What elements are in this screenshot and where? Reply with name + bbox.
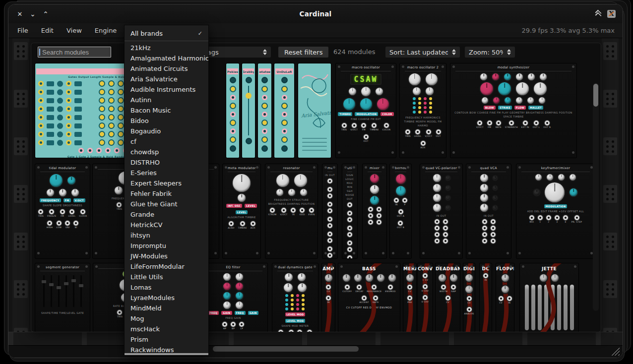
module-card[interactable]: DCIN (480, 263, 492, 332)
jack-row (364, 220, 385, 225)
brand-menu-item[interactable]: Amalgamated Harmonics (125, 53, 208, 63)
jack-label: V/OCT (280, 213, 287, 216)
slider[interactable] (58, 275, 60, 307)
module-card[interactable]: keyframer/mixerMODULATIONADD DEL EDIT FR… (516, 164, 595, 258)
menu-item-file[interactable]: File (17, 27, 28, 34)
jack-row: ALGOTIMBREAUX (224, 221, 259, 229)
brand-menu-item[interactable]: Audible Instruments (125, 84, 208, 95)
module-card[interactable]: Grabby (242, 63, 255, 158)
brand-menu-item[interactable]: Bacon Music (125, 105, 208, 116)
module-card[interactable]: segment generatorSHAPE/TIME TIME/LEVEL G… (35, 263, 90, 332)
knob (370, 196, 379, 205)
module-card[interactable]: Aria Salvatrice (298, 63, 331, 158)
module-card[interactable]: macro oscillator 2FREQUENCY HARMONICS TI… (400, 63, 446, 158)
menu-item-edit[interactable]: Edit (41, 27, 54, 34)
brand-menu-item[interactable]: cf (125, 136, 208, 147)
module-card[interactable]: multiplesIN OUT (322, 164, 337, 258)
knob (361, 87, 371, 96)
brand-menu-item[interactable]: Animated Circuits (125, 63, 208, 74)
brand-menu-item[interactable]: Aria Salvatrice (125, 74, 208, 84)
module-card[interactable]: quad VCAIN OUT (466, 164, 511, 258)
slider[interactable] (80, 275, 82, 307)
slider[interactable] (51, 275, 52, 307)
module-card[interactable]: UnDuLaR (274, 63, 294, 158)
brand-menu-item[interactable]: MindMeld (125, 303, 208, 313)
jack-ring (347, 241, 352, 245)
module-card[interactable]: resonatorFREQUENCY STRUCTURE BRIGHTNESS … (265, 164, 317, 258)
module-card[interactable]: meta modulatorINT. OSCLEVELLEVELALGORITH… (223, 164, 260, 258)
brand-menu-item[interactable]: Glue the Giant (125, 199, 208, 209)
brand-menu-item[interactable]: mscHack (125, 324, 208, 334)
menu-item-view[interactable]: View (66, 27, 82, 34)
knob (433, 174, 441, 182)
module-card[interactable]: mixer (363, 164, 386, 258)
jack-ring (278, 330, 283, 332)
jack-row: CVIN (323, 285, 333, 303)
module-card[interactable]: quad VC-polarizerIN OUT (420, 164, 462, 258)
brand-menu-item[interactable]: Mog (125, 313, 208, 324)
brand-menu-item[interactable]: Impromptu (125, 241, 208, 251)
brand-menu-item[interactable]: Fehler Fabrik (125, 188, 208, 199)
brand-menu-item-all[interactable]: All brands ✓ (125, 27, 208, 39)
module-card[interactable]: CONV+ 5V0-10V0-10V (418, 263, 433, 332)
module-card[interactable]: DIGICVANALOG (463, 263, 475, 332)
brand-menu-item[interactable]: Bidoo (125, 116, 208, 126)
jack (347, 226, 352, 231)
module-card[interactable]: BASSCUTOFFDECAYRESONANCEENVMODACCENTGATE… (338, 263, 400, 332)
module-card[interactable]: dual dynamics gateLEVEL MODLEVEL MODSHAP… (272, 263, 318, 332)
module-card[interactable]: FLOPPERCVIN (496, 263, 514, 332)
rail-screw-block (14, 90, 28, 108)
vertical-scrollbar-thumb[interactable] (593, 84, 598, 107)
jack-label: TIMBRE (370, 128, 379, 131)
horizontal-scrollbar-thumb[interactable] (213, 346, 359, 352)
brand-menu-item[interactable]: Lomas (125, 282, 208, 293)
shade-window-icon[interactable] (595, 11, 602, 17)
module-card[interactable]: bernoulli gateINPOUT AOUT B (390, 164, 411, 258)
menu-item-engine[interactable]: Engine (95, 27, 117, 34)
brand-menu-item[interactable]: Expert Sleepers (125, 178, 208, 188)
module-card[interactable]: Pokies (226, 63, 239, 158)
module-grid: Gates Output Length Sample & Hold Fortun… (31, 43, 601, 332)
brand-menu-item[interactable]: LyraeModules (125, 293, 208, 303)
module-card[interactable]: tidal modulatorFREQUENCYFMV/OCTSHAPE SLO… (35, 164, 90, 258)
brand-menu-item[interactable]: LifeFormModular (125, 261, 208, 272)
slider[interactable] (43, 275, 45, 307)
brand-menu-item[interactable]: DISTRHO (125, 157, 208, 168)
slider[interactable] (65, 275, 67, 307)
brand-menu-item[interactable]: chowdsp (125, 147, 208, 157)
brand-menu-item[interactable]: Little Utils (125, 272, 208, 282)
brand-menu-item[interactable]: 21kHz (125, 43, 208, 53)
screw-hole (606, 45, 609, 48)
module-card[interactable]: EQ filterFREQGAINFREQGAINFREQ GAINHPBPLP (199, 263, 267, 332)
module-title: macro oscillator 2 (405, 65, 441, 71)
brand-menu-item[interactable]: HetrickCV (125, 220, 208, 230)
module-card[interactable]: DEADBANDWIDTHGAPCV (436, 263, 460, 332)
jack-ring (47, 221, 52, 226)
jack: RESONANCE (367, 285, 381, 293)
brand-menu-item[interactable]: ihtsyn (125, 230, 208, 241)
module-card[interactable]: AMPCVIN (322, 263, 335, 332)
jack (327, 202, 332, 207)
brand-menu-item[interactable]: Bogaudio (125, 126, 208, 136)
vertical-scrollbar[interactable] (593, 83, 599, 311)
yellow-knob (118, 122, 124, 129)
slider-track[interactable] (248, 86, 249, 135)
module-card[interactable]: JETTEINPUT (520, 263, 578, 332)
module-card[interactable]: macro oscillatorCSAWTIMBREMODULATIONCOLO… (336, 63, 396, 158)
module-card[interactable]: utilitiesSIGN LOGIC MAX MIN S&H NOISE OU… (342, 164, 357, 258)
brand-menu-item[interactable]: Grande (125, 209, 208, 220)
slider-handle (64, 282, 68, 285)
brand-menu-item[interactable]: JW-Modules (125, 251, 208, 261)
brand-menu-item[interactable]: Prism (125, 334, 208, 345)
brand-menu-item[interactable]: E-Series (125, 168, 208, 178)
output-jack (230, 145, 236, 152)
module-card[interactable]: MERACVPRE (403, 263, 416, 332)
module-card[interactable]: modal synthesizerBLOWSTRIKEFLOWMALLETCON… (450, 63, 576, 158)
jack-ring (362, 296, 367, 301)
module-card[interactable]: Rotatoes (258, 63, 271, 158)
knob (433, 184, 441, 192)
knob (493, 176, 497, 180)
brand-menu-item[interactable]: Autinn (125, 95, 208, 105)
knob-row (340, 274, 398, 282)
slider[interactable] (73, 275, 74, 307)
